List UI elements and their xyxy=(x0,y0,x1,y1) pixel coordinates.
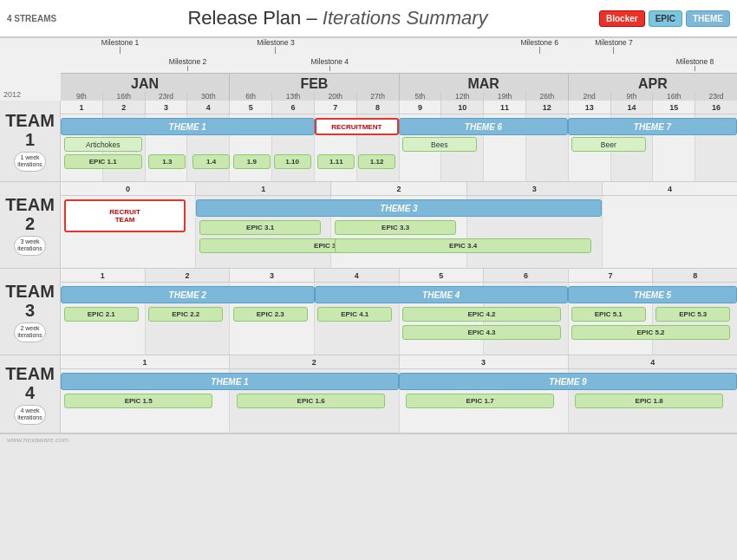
theme-badge: THEME xyxy=(686,10,730,27)
month-feb: FEB 6th 13th 20th 27th xyxy=(230,74,399,101)
team4-theme9: THEME 9 xyxy=(399,373,737,390)
milestone-8: Milestone 8 xyxy=(676,57,714,71)
team4-epic16: EPIC 1.6 xyxy=(237,394,386,408)
team2-epic33: EPIC 3.3 xyxy=(335,220,456,235)
legend-badges: Blocker EPIC THEME xyxy=(599,10,730,27)
team3-theme5: THEME 5 xyxy=(568,286,737,303)
team3-iter: 2 weekiterations xyxy=(14,322,45,342)
team1-theme7: THEME 7 xyxy=(568,118,737,135)
team1-epic13: 1.3 xyxy=(148,154,186,169)
team1-epic11: EPIC 1.1 xyxy=(64,154,142,169)
team2-iter-nums: 0 1 2 3 4 xyxy=(61,182,737,196)
team1-epic111: 1.11 xyxy=(317,154,355,169)
team4-epic17: EPIC 1.7 xyxy=(406,394,555,408)
team4-grid: 1 2 3 4 THEME 1 THEME 9 EPIC 1.5 EPIC 1.… xyxy=(61,355,737,433)
milestone-3: Milestone 3 xyxy=(257,38,294,54)
milestones-top-row: Milestone 1 Milestone 3 Milestone 6 Mile… xyxy=(61,38,737,57)
page: 4 STREAMS Release Plan – Iterations Summ… xyxy=(0,0,737,560)
timeline-header: Milestone 1 Milestone 3 Milestone 6 Mile… xyxy=(0,38,737,101)
milestone-2: Milestone 2 xyxy=(169,57,206,71)
epic-badge: EPIC xyxy=(649,10,682,27)
milestone-1: Milestone 1 xyxy=(101,38,139,54)
team3-epic42: EPIC 4.2 xyxy=(402,307,561,322)
team1-epic110: 1.10 xyxy=(274,154,311,169)
team3-epic21: EPIC 2.1 xyxy=(64,307,139,322)
milestone-4: Milestone 4 xyxy=(311,57,349,71)
team2-iter: 3 weekiterations xyxy=(14,236,45,256)
team3-label: TEAM3 2 weekiterations xyxy=(0,269,61,355)
milestones-mid-row: Milestone 2 Milestone 4 Milestone 8 xyxy=(61,57,737,73)
footer-url: www.hexaware.com xyxy=(7,436,68,444)
page-title: Release Plan – Iterations Summary xyxy=(76,7,599,29)
team3-epic43: EPIC 4.3 xyxy=(402,325,561,340)
team2-label: TEAM2 3 weekiterations xyxy=(0,182,61,268)
team4-row: TEAM4 4 weekiterations 1 2 3 4 THEME 1 T… xyxy=(0,355,737,433)
team1-grid: 1 2 3 4 5 6 7 8 9 10 11 12 13 14 15 16 T… xyxy=(61,101,737,181)
team2-theme3: THEME 3 xyxy=(196,199,602,217)
team3-epic51: EPIC 5.1 xyxy=(571,307,646,322)
team2-grid: 0 1 2 3 4 RECRUITTEAM THEME 3 EPIC 3.1 E… xyxy=(61,182,737,268)
team3-theme4: THEME 4 xyxy=(315,286,569,303)
team1-theme1: THEME 1 xyxy=(61,118,315,135)
team3-epic53: EPIC 5.3 xyxy=(655,307,730,322)
team3-theme2: THEME 2 xyxy=(61,286,315,303)
team3-epic41: EPIC 4.1 xyxy=(317,307,392,322)
team2-recruit: RECRUITTEAM xyxy=(64,199,186,232)
year-label: 2012 xyxy=(3,90,21,99)
team2-epic34: EPIC 3.4 xyxy=(335,238,591,253)
team3-row: TEAM3 2 weekiterations 1 2 3 4 5 6 7 8 xyxy=(0,269,737,355)
team1-epic14: 1.4 xyxy=(192,154,230,169)
months-row: JAN 9th 16th 23rd 30th FEB 6th 13th 20th… xyxy=(61,73,737,101)
team4-label: TEAM4 4 weekiterations xyxy=(0,355,61,433)
team4-epic15: EPIC 1.5 xyxy=(64,394,213,408)
milestone-6: Milestone 6 xyxy=(520,38,558,54)
month-mar: MAR 5th 12th 19th 26th xyxy=(400,74,569,101)
team1-iter: 1 weekiterations xyxy=(14,152,45,172)
team2-row: TEAM2 3 weekiterations 0 1 2 3 4 RECRUIT… xyxy=(0,182,737,269)
team1-artichokes: Artichokes xyxy=(64,137,142,152)
team4-epic18: EPIC 1.8 xyxy=(575,394,724,408)
team1-label: TEAM1 1 weekiterations xyxy=(0,101,61,181)
team3-epic22: EPIC 2.2 xyxy=(148,307,223,322)
team1-epic19: 1.9 xyxy=(233,154,271,169)
team2-epic31: EPIC 3.1 xyxy=(199,220,321,235)
team1-row: TEAM1 1 weekiterations 1 2 3 4 5 xyxy=(0,101,737,182)
team1-epic112: 1.12 xyxy=(358,154,395,169)
team1-beer: Beer xyxy=(571,137,646,152)
team3-grid: 1 2 3 4 5 6 7 8 THEME 2 THEME 4 THEME 5 … xyxy=(61,269,737,355)
team3-epic52: EPIC 5.2 xyxy=(571,325,730,340)
team1-recruitment: RECRUITMENT xyxy=(315,118,400,135)
streams-label: 4 STREAMS xyxy=(7,14,76,23)
team1-theme6: THEME 6 xyxy=(399,118,568,135)
team1-iter-nums: 1 2 3 4 5 6 7 8 9 10 11 12 13 14 15 16 xyxy=(61,101,737,114)
blocker-badge: Blocker xyxy=(599,10,645,27)
footer: www.hexaware.com xyxy=(0,433,737,446)
team3-epic23: EPIC 2.3 xyxy=(233,307,308,322)
team1-bees: Bees xyxy=(402,137,477,152)
team4-iter: 4 weekiterations xyxy=(14,405,45,425)
milestone-7: Milestone 7 xyxy=(595,38,632,54)
month-apr: APR 2nd 9th 16th 23rd xyxy=(569,74,737,101)
team4-theme1: THEME 1 xyxy=(61,373,399,390)
month-jan: JAN 9th 16th 23rd 30th xyxy=(61,74,230,101)
